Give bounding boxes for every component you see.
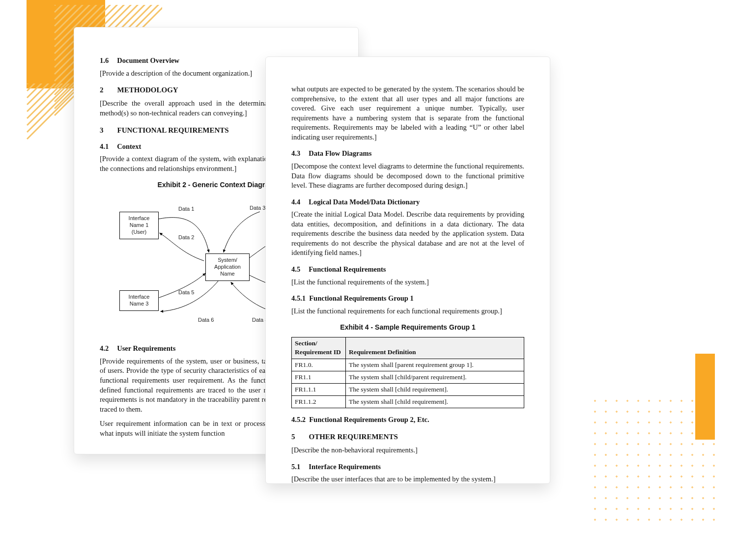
table-row: FR1.1.2The system shall [child requireme… bbox=[292, 396, 524, 408]
decor-dot-grid bbox=[590, 395, 717, 523]
heading-4-5: 4.5 Functional Requirements bbox=[291, 265, 524, 275]
table-header-id: Section/Requirement ID bbox=[292, 337, 346, 359]
heading-4-5-2: 4.5.2 Functional Requirements Group 2, E… bbox=[291, 415, 524, 425]
document-page-2: what outputs are expected to be generate… bbox=[265, 56, 550, 484]
heading-4-5-1: 4.5.1 Functional Requirements Group 1 bbox=[291, 294, 524, 304]
exhibit-4-title: Exhibit 4 - Sample Requirements Group 1 bbox=[291, 323, 524, 332]
body-4-4: [Create the initial Logical Data Model. … bbox=[291, 210, 524, 258]
diagram-label-data6: Data 6 bbox=[198, 316, 214, 324]
table-row: FR1.1.1The system shall [child requireme… bbox=[292, 384, 524, 396]
diagram-interface-1: Interface Name 1 (User) bbox=[119, 212, 159, 239]
diagram-label-data2: Data 2 bbox=[178, 234, 194, 241]
table-header-row: Section/Requirement ID Requirement Defin… bbox=[292, 337, 524, 359]
heading-5: 5 OTHER REQUIREMENTS bbox=[291, 432, 524, 442]
heading-4-3: 4.3 Data Flow Diagrams bbox=[291, 149, 524, 159]
body-4-2-cont: what outputs are expected to be generate… bbox=[291, 84, 524, 142]
body-5: [Describe the non-behavioral requirement… bbox=[291, 446, 524, 455]
body-4-5: [List the functional requirements of the… bbox=[291, 278, 524, 287]
heading-4-4: 4.4 Logical Data Model/Data Dictionary bbox=[291, 197, 524, 207]
table-header-def: Requirement Definition bbox=[346, 337, 524, 359]
heading-5-1: 5.1 Interface Requirements bbox=[291, 462, 524, 472]
table-row: FR1.1The system shall [child/parent requ… bbox=[292, 371, 524, 383]
diagram-label-data5: Data 5 bbox=[178, 289, 194, 296]
diagram-label-data1: Data 1 bbox=[178, 205, 194, 213]
body-4-5-1: [List the functional requirements for ea… bbox=[291, 307, 524, 316]
diagram-center-box: System/ Application Name bbox=[205, 253, 250, 280]
diagram-interface-3: Interface Name 3 bbox=[119, 290, 159, 311]
body-5-1: [Describe the user interfaces that are t… bbox=[291, 475, 524, 484]
requirements-table: Section/Requirement ID Requirement Defin… bbox=[291, 337, 524, 408]
body-4-3: [Decompose the context level diagrams to… bbox=[291, 162, 524, 191]
diagram-label-data3: Data 3 bbox=[250, 204, 265, 212]
table-row: FR1.0.The system shall [parent requireme… bbox=[292, 359, 524, 371]
